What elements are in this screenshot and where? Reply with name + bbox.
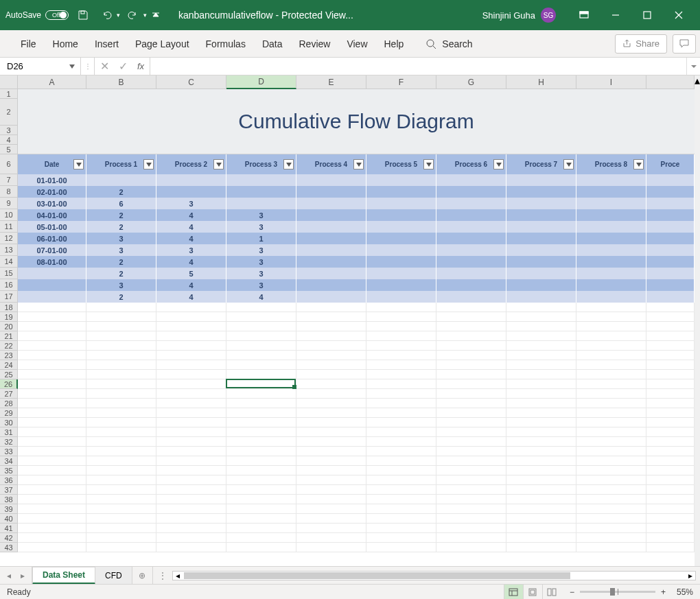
table-row[interactable]: 08-01-00243 xyxy=(18,256,695,268)
cell[interactable] xyxy=(226,389,296,399)
name-box[interactable]: D26 xyxy=(0,58,81,75)
cell[interactable] xyxy=(506,370,576,379)
row-header-23[interactable]: 23 xyxy=(0,351,18,360)
cell[interactable]: 3 xyxy=(226,279,296,291)
cell[interactable] xyxy=(18,475,86,485)
cell[interactable] xyxy=(366,279,436,291)
cell[interactable] xyxy=(506,312,576,322)
cell[interactable] xyxy=(18,303,86,312)
cell[interactable] xyxy=(296,475,366,485)
cell[interactable] xyxy=(506,331,576,341)
cell[interactable] xyxy=(226,447,296,456)
sheet-tab-cfd[interactable]: CFD xyxy=(95,567,132,584)
cell[interactable] xyxy=(296,408,366,418)
cell[interactable] xyxy=(296,543,366,552)
column-header-blank[interactable] xyxy=(646,75,695,89)
cell-date[interactable]: 01-01-00 xyxy=(18,174,86,186)
cell[interactable] xyxy=(436,447,506,456)
cell[interactable] xyxy=(576,437,646,447)
cell[interactable] xyxy=(576,379,646,389)
cell[interactable] xyxy=(436,408,506,418)
cell-date[interactable]: 08-01-00 xyxy=(18,256,86,268)
cell[interactable] xyxy=(18,370,86,379)
cell-date[interactable]: 06-01-00 xyxy=(18,233,86,244)
cell[interactable] xyxy=(436,485,506,495)
cell[interactable] xyxy=(506,322,576,331)
cell[interactable]: 3 xyxy=(156,244,226,256)
cell[interactable] xyxy=(226,427,296,437)
cell[interactable] xyxy=(86,360,156,370)
horizontal-scrollbar[interactable]: ◂ ▸ xyxy=(172,571,696,580)
cell[interactable]: 3 xyxy=(86,233,156,244)
cell[interactable] xyxy=(576,485,646,495)
cell[interactable] xyxy=(156,312,226,322)
cell[interactable] xyxy=(296,504,366,514)
cell[interactable]: 5 xyxy=(156,268,226,279)
cell[interactable] xyxy=(156,418,226,427)
cell[interactable] xyxy=(506,514,576,524)
share-button[interactable]: Share xyxy=(615,34,667,54)
cell[interactable] xyxy=(506,244,576,256)
cell[interactable] xyxy=(366,447,436,456)
cell[interactable] xyxy=(506,221,576,233)
cell-date[interactable]: 05-01-00 xyxy=(18,221,86,233)
cell[interactable] xyxy=(296,466,366,475)
cell[interactable] xyxy=(18,399,86,408)
cell[interactable] xyxy=(156,456,226,466)
cell[interactable] xyxy=(156,370,226,379)
cell[interactable] xyxy=(576,524,646,533)
row-header-40[interactable]: 40 xyxy=(0,514,18,524)
cell[interactable] xyxy=(86,322,156,331)
cell[interactable] xyxy=(646,209,695,221)
cell[interactable] xyxy=(506,475,576,485)
column-header-B[interactable]: B xyxy=(86,75,156,89)
cell[interactable] xyxy=(226,312,296,322)
row-header-29[interactable]: 29 xyxy=(0,408,18,418)
cell[interactable] xyxy=(436,233,506,244)
cell[interactable] xyxy=(646,174,695,186)
cell[interactable] xyxy=(576,456,646,466)
row-header-38[interactable]: 38 xyxy=(0,495,18,504)
cell[interactable] xyxy=(436,268,506,279)
close-icon[interactable] xyxy=(663,0,695,30)
cell[interactable] xyxy=(366,475,436,485)
cell[interactable] xyxy=(156,543,226,552)
cell[interactable] xyxy=(506,233,576,244)
cell[interactable] xyxy=(646,543,695,552)
page-layout-view-icon[interactable] xyxy=(523,585,542,600)
normal-view-icon[interactable] xyxy=(504,585,523,600)
cell[interactable] xyxy=(646,244,695,256)
cell[interactable] xyxy=(156,360,226,370)
cell[interactable] xyxy=(576,475,646,485)
tab-review[interactable]: Review xyxy=(291,30,339,58)
cell[interactable] xyxy=(86,408,156,418)
zoom-out-icon[interactable]: − xyxy=(570,587,574,597)
cell[interactable] xyxy=(366,256,436,268)
cell[interactable] xyxy=(86,389,156,399)
sheet-drag-icon[interactable]: ⋮ xyxy=(153,571,172,580)
cell[interactable] xyxy=(646,495,695,504)
cell[interactable] xyxy=(366,221,436,233)
cell[interactable] xyxy=(18,351,86,360)
cell[interactable] xyxy=(506,495,576,504)
column-header-C[interactable]: C xyxy=(156,75,226,89)
scroll-up-icon[interactable]: ▴ xyxy=(695,75,700,85)
cell[interactable] xyxy=(366,504,436,514)
cell[interactable] xyxy=(576,322,646,331)
cell[interactable] xyxy=(18,437,86,447)
cell[interactable] xyxy=(226,437,296,447)
row-header-10[interactable]: 10 xyxy=(0,209,18,221)
tab-view[interactable]: View xyxy=(338,30,375,58)
cell[interactable] xyxy=(576,186,646,198)
column-header-G[interactable]: G xyxy=(436,75,506,89)
cell[interactable] xyxy=(226,543,296,552)
cell[interactable]: 2 xyxy=(86,209,156,221)
cell[interactable] xyxy=(506,341,576,351)
redo-icon[interactable] xyxy=(123,5,143,25)
cell[interactable] xyxy=(226,370,296,379)
cell[interactable] xyxy=(576,360,646,370)
column-header-E[interactable]: E xyxy=(296,75,366,89)
cell[interactable] xyxy=(646,447,695,456)
cell[interactable] xyxy=(226,303,296,312)
column-header-I[interactable]: I xyxy=(576,75,646,89)
